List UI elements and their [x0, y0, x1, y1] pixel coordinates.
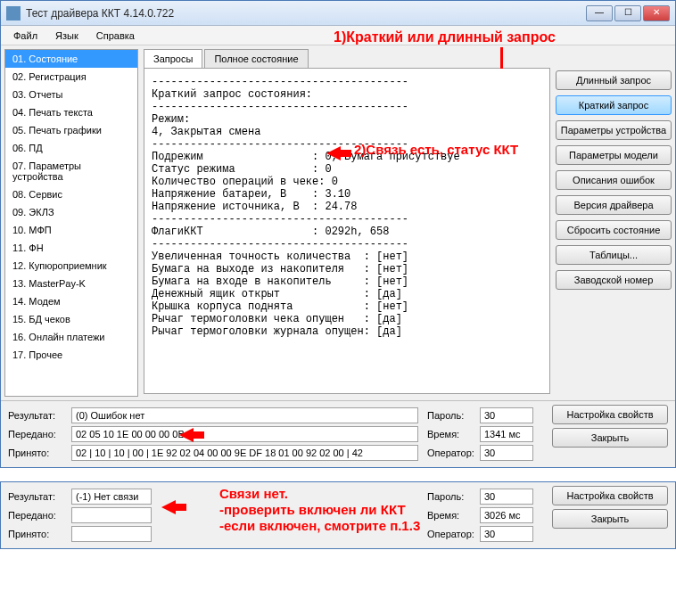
serial-number-button[interactable]: Заводской номер — [556, 270, 672, 290]
tab-full-state[interactable]: Полное состояние — [204, 49, 308, 68]
sidebar-item-other[interactable]: 17. Прочее — [5, 346, 137, 364]
sidebar-item-masterpay[interactable]: 13. MasterPay-K — [5, 275, 137, 292]
sent-field[interactable] — [71, 426, 418, 442]
sidebar-item-reports[interactable]: 03. Отчеты — [5, 86, 137, 103]
menu-file[interactable]: Файл — [4, 29, 46, 43]
maximize-button[interactable]: ☐ — [614, 5, 641, 21]
menubar: Файл Язык Справка — [1, 26, 675, 45]
arrow-left-icon — [179, 428, 194, 442]
sidebar-item-pd[interactable]: 06. ПД — [5, 139, 137, 157]
tables-button[interactable]: Таблицы... — [556, 245, 672, 265]
properties-button-2[interactable]: Настройка свойств — [552, 486, 668, 505]
result-label: Результат: — [8, 491, 66, 502]
sent-label: Передано: — [8, 510, 66, 521]
menu-lang[interactable]: Язык — [46, 29, 87, 43]
time-label: Время: — [427, 510, 476, 521]
operator-field[interactable] — [480, 445, 533, 461]
sidebar-item-print-graphics[interactable]: 05. Печать графики — [5, 121, 137, 139]
result-field[interactable] — [71, 407, 418, 423]
sent-field-2[interactable] — [71, 507, 152, 523]
sent-label: Передано: — [8, 429, 66, 439]
model-params-button[interactable]: Параметры модели — [556, 145, 672, 165]
password-label: Пароль: — [427, 491, 476, 502]
recv-label: Принято: — [8, 529, 66, 539]
time-field-2[interactable] — [480, 507, 533, 523]
window-title: Тест драйвера ККТ 4.14.0.722 — [26, 7, 586, 20]
operator-field-2[interactable] — [480, 526, 533, 542]
sidebar-item-cheque-db[interactable]: 15. БД чеков — [5, 310, 137, 328]
sidebar-item-registration[interactable]: 02. Регистрация — [5, 68, 137, 86]
short-query-button[interactable]: Краткий запрос — [556, 95, 672, 115]
sidebar-item-mfp[interactable]: 10. МФП — [5, 221, 137, 239]
sidebar-item-modem[interactable]: 14. Модем — [5, 292, 137, 310]
tab-queries[interactable]: Запросы — [144, 49, 202, 68]
password-field-2[interactable] — [480, 489, 533, 505]
close-button[interactable]: ✕ — [643, 5, 670, 21]
result-field-2[interactable] — [71, 489, 152, 505]
minimize-button[interactable]: — — [586, 5, 613, 21]
operator-label: Оператор: — [427, 529, 476, 539]
long-query-button[interactable]: Длинный запрос — [556, 70, 672, 90]
password-label: Пароль: — [427, 410, 476, 421]
menu-help[interactable]: Справка — [87, 29, 144, 43]
sidebar-item-state[interactable]: 01. Состояние — [5, 50, 137, 68]
reset-state-button[interactable]: Сбросить состояние — [556, 220, 672, 240]
close-app-button[interactable]: Закрыть — [552, 428, 668, 448]
recv-field[interactable] — [71, 445, 418, 461]
sidebar-item-print-text[interactable]: 04. Печать текста — [5, 103, 137, 121]
sidebar-item-device-params[interactable]: 07. Параметры устройства — [5, 157, 137, 185]
sidebar-item-online-pay[interactable]: 16. Онлайн платежи — [5, 328, 137, 346]
result-label: Результат: — [8, 410, 66, 421]
arrow-left-icon — [161, 500, 176, 514]
properties-button[interactable]: Настройка свойств — [552, 405, 668, 424]
sidebar-item-eklz[interactable]: 09. ЭКЛЗ — [5, 203, 137, 221]
recv-field-2[interactable] — [71, 526, 152, 542]
arrow-left-icon — [326, 146, 341, 160]
error-desc-button[interactable]: Описания ошибок — [556, 170, 672, 190]
status-report: ----------------------------------------… — [144, 69, 550, 394]
sidebar-item-fn[interactable]: 11. ФН — [5, 239, 137, 257]
time-label: Время: — [427, 429, 476, 439]
operator-label: Оператор: — [427, 448, 476, 458]
recv-label: Принято: — [8, 448, 66, 458]
device-params-button[interactable]: Параметры устройства — [556, 120, 672, 140]
titlebar: Тест драйвера ККТ 4.14.0.722 — ☐ ✕ — [1, 1, 675, 26]
time-field[interactable] — [480, 426, 533, 442]
close-app-button-2[interactable]: Закрыть — [552, 509, 668, 529]
sidebar-item-bill-acceptor[interactable]: 12. Купюроприемник — [5, 257, 137, 275]
sidebar: 01. Состояние 02. Регистрация 03. Отчеты… — [4, 49, 138, 397]
app-icon — [6, 6, 21, 21]
driver-version-button[interactable]: Версия драйвера — [556, 195, 672, 215]
password-field[interactable] — [480, 407, 533, 423]
sidebar-item-service[interactable]: 08. Сервис — [5, 185, 137, 203]
